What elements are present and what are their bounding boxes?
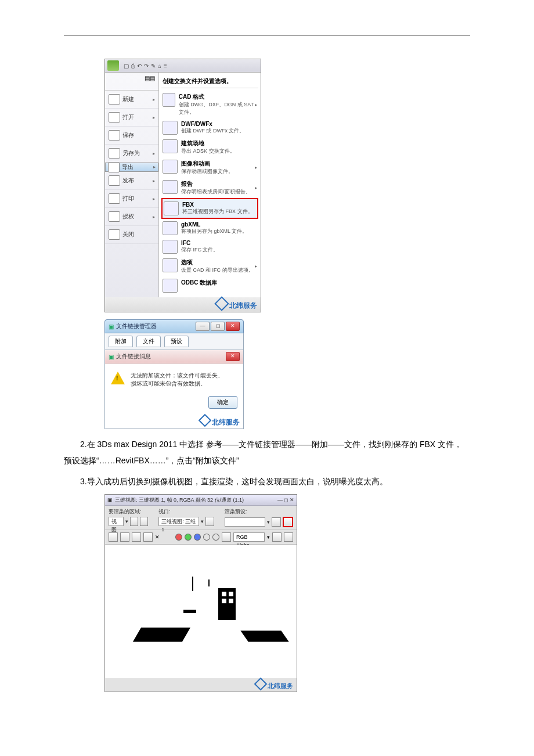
- app-logo-icon: [107, 60, 119, 71]
- copy-button[interactable]: [120, 532, 129, 542]
- qat-icon[interactable]: ↶: [137, 63, 142, 69]
- render-controls: 要渲染的区域: 视图▾ 视口: 三维视图: 三维 1▾ 渲染预设: ▾: [105, 506, 297, 530]
- export-cad[interactable]: CAD 格式创建 DWG、DXF、DGN 或 SAT 文件。▸: [161, 91, 258, 118]
- qat-icon[interactable]: ✎: [151, 63, 156, 69]
- channel-mono-button[interactable]: [203, 534, 210, 541]
- channel-g-button[interactable]: [185, 534, 192, 541]
- close-button[interactable]: ✕: [226, 352, 240, 361]
- tool-button[interactable]: [272, 517, 281, 527]
- dropdown-icon[interactable]: ▾: [267, 534, 270, 540]
- menu-new[interactable]: 新建▸: [105, 91, 158, 109]
- export-icon: [108, 162, 120, 172]
- label-preset: 渲染预设:: [225, 508, 293, 516]
- item-desc: 创建 DWG、DXF、DGN 或 SAT 文件。: [179, 101, 255, 116]
- watermark-text: 北纬服务: [268, 682, 293, 689]
- dropdown-icon[interactable]: ▾: [267, 519, 270, 525]
- export-fbx[interactable]: FBX将三维视图另存为 FBX 文件。: [161, 198, 258, 219]
- cad-icon: [163, 93, 175, 107]
- qat-icon[interactable]: ≡: [164, 63, 167, 69]
- qat-icon[interactable]: ↷: [144, 63, 149, 69]
- watermark: 北纬服务: [105, 297, 261, 312]
- item-title: DWF/DWFx: [181, 121, 245, 127]
- tool-button[interactable]: [284, 532, 293, 542]
- menu-print[interactable]: 打印▸: [105, 190, 158, 208]
- maximize-button[interactable]: ◻: [284, 497, 288, 503]
- diamond-icon: [199, 414, 212, 427]
- lock-button[interactable]: [205, 517, 214, 526]
- app-icon: ▣: [109, 323, 114, 330]
- export-image[interactable]: 图像和动画保存动画或图像文件。▸: [161, 157, 258, 178]
- export-gbxml[interactable]: gbXML将项目另存为 gbXML 文件。: [161, 219, 258, 237]
- publish-icon: [109, 175, 120, 186]
- dropdown-icon[interactable]: ▾: [125, 519, 128, 524]
- menu-label: 打印: [122, 195, 134, 203]
- print-button[interactable]: [143, 532, 153, 542]
- tab-preset[interactable]: 预设: [164, 336, 189, 347]
- menu-label: 新建: [122, 95, 134, 103]
- tab-attach[interactable]: 附加: [109, 336, 133, 347]
- app-icon: ▣: [109, 354, 114, 360]
- close-button[interactable]: ✕: [226, 322, 240, 331]
- export-report[interactable]: 报告保存明细表或房间/面积报告。▸: [161, 178, 258, 198]
- select-channel[interactable]: RGB Alpha: [233, 532, 265, 542]
- message-titlebar: ▣ 文件链接消息 ✕: [105, 350, 243, 363]
- submenu-arrow-icon: ▸: [153, 163, 156, 171]
- menu-close[interactable]: 关闭: [105, 226, 158, 244]
- channel-r-button[interactable]: [175, 534, 182, 541]
- export-odbc[interactable]: ODBC 数据库: [161, 276, 258, 295]
- select-viewport[interactable]: 三维视图: 三维 1: [158, 517, 199, 526]
- menu-export[interactable]: 导出▸: [105, 163, 158, 172]
- qat-icon[interactable]: ⎙: [131, 63, 135, 69]
- channel-b-button[interactable]: [194, 534, 201, 541]
- dropdown-icon[interactable]: ▾: [201, 519, 204, 524]
- render-toolbar: ✕ RGB Alpha▾: [105, 530, 297, 545]
- export-dwf[interactable]: DWF/DWFx创建 DWF 或 DWFx 文件。: [161, 118, 258, 137]
- tool-button[interactable]: [222, 532, 231, 542]
- menu-license[interactable]: 授权▸: [105, 208, 158, 226]
- menu-open[interactable]: 打开▸: [105, 109, 158, 127]
- channel-alpha-button[interactable]: [212, 534, 219, 541]
- maximize-button[interactable]: ◻: [211, 322, 225, 331]
- menu-save[interactable]: 保存: [105, 127, 158, 145]
- app-icon: ▣: [107, 497, 113, 503]
- item-title: ODBC 数据库: [181, 279, 217, 287]
- watermark-text: 北纬服务: [212, 418, 240, 426]
- clone-button[interactable]: [132, 532, 141, 542]
- tool-button[interactable]: [130, 517, 138, 526]
- qat-icon[interactable]: ▢: [124, 63, 129, 69]
- close-button[interactable]: ✕: [290, 497, 294, 503]
- delete-button[interactable]: ✕: [155, 534, 160, 540]
- qat-icon[interactable]: ⌂: [158, 63, 161, 69]
- tool-button[interactable]: [272, 532, 282, 542]
- menu-label: 打开: [122, 113, 134, 121]
- export-options[interactable]: 选项设置 CAD 和 IFC 的导出选项。▸: [161, 256, 258, 276]
- tab-file[interactable]: 文件: [136, 336, 161, 347]
- select-preset[interactable]: [225, 517, 265, 527]
- export-ifc[interactable]: IFC保存 IFC 文件。: [161, 237, 258, 256]
- print-icon: [109, 193, 120, 204]
- save-image-button[interactable]: [109, 532, 118, 542]
- label-render-area: 要渲染的区域:: [109, 508, 148, 516]
- menu-save-as[interactable]: 另存为▸: [105, 145, 158, 163]
- submenu-arrow-icon: ▸: [153, 196, 155, 201]
- minimize-button[interactable]: —: [277, 497, 283, 503]
- render-titlebar: ▣ 三维视图: 三维视图 1, 帧 0, RGBA 颜色 32 位/通道 (1:…: [105, 495, 297, 506]
- app-menu-left: ▤▤ 新建▸ 打开▸ 保存 另存为▸ 导出▸ 发布▸ 打印▸ 授权▸ 关闭: [105, 73, 159, 297]
- menu-label: 授权: [122, 213, 134, 221]
- submenu-arrow-icon: ▸: [153, 151, 155, 156]
- submenu-header: 创建交换文件并设置选项。: [161, 75, 258, 88]
- message-line: 无法附加该文件：该文件可能丢失、: [131, 372, 223, 380]
- tool-button[interactable]: [140, 517, 148, 526]
- render-button[interactable]: [283, 517, 293, 527]
- menu-publish[interactable]: 发布▸: [105, 172, 158, 190]
- item-title: CAD 格式: [179, 93, 255, 101]
- select-render-area[interactable]: 视图: [109, 517, 124, 526]
- export-submenu: 创建交换文件并设置选项。 CAD 格式创建 DWG、DXF、DGN 或 SAT …: [159, 73, 261, 297]
- ok-button[interactable]: 确定: [208, 396, 237, 409]
- image-icon: [163, 160, 178, 174]
- watermark: 北纬服务: [105, 678, 297, 692]
- tab-bar: 附加 文件 预设: [104, 333, 244, 350]
- minimize-button[interactable]: —: [196, 322, 210, 331]
- item-desc: 导出 ADSK 交换文件。: [181, 147, 235, 155]
- export-site[interactable]: 建筑场地导出 ADSK 交换文件。: [161, 137, 258, 157]
